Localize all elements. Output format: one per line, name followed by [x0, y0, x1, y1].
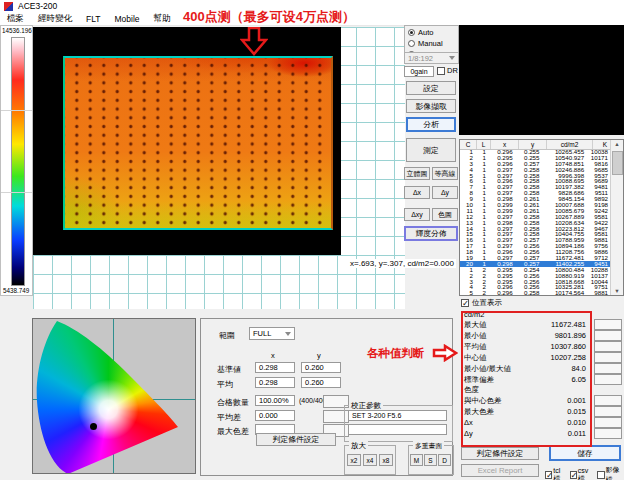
stat-row: Δy0.011: [455, 428, 624, 439]
radio-manual[interactable]: Manual: [408, 38, 458, 49]
annotation-side-note: 各种值判断: [367, 346, 425, 361]
position-display-checkbox[interactable]: 位置表示: [461, 298, 502, 308]
avg-diff-label: 平均差: [217, 412, 241, 423]
stereo-view-button[interactable]: 立體圖: [404, 167, 430, 180]
multi-screen-label: 多重畫面: [413, 441, 444, 451]
menu-item[interactable]: Mobile: [107, 14, 146, 24]
judge-condition-button[interactable]: 判定條件設定: [461, 447, 539, 460]
colorbar-max-label: 14536.196: [2, 27, 32, 34]
radio-label: Manual: [418, 39, 443, 48]
radio-icon[interactable]: [408, 29, 415, 36]
reference-y-field[interactable]: 0.260: [301, 362, 341, 373]
stat-row: 最大値11672.481: [455, 319, 624, 330]
range-dropdown[interactable]: FULL: [249, 327, 295, 340]
output-checkbox-label: csv檔: [578, 467, 593, 480]
delta-xy-button[interactable]: Δxy: [404, 208, 430, 221]
range-value: FULL: [253, 329, 271, 338]
exposure-dropdown[interactable]: 1/8:192: [404, 52, 459, 64]
menu-item[interactable]: 幫助: [147, 13, 178, 25]
image-capture-button[interactable]: 影像擷取: [406, 99, 456, 113]
zoom-x4-button[interactable]: x4: [363, 454, 377, 466]
zoom-x8-button[interactable]: x8: [379, 454, 393, 466]
camera-preview-display: [459, 25, 624, 135]
output-checkbox-csv檔[interactable]: csv檔: [570, 467, 594, 480]
ace3-200-window: ACE3-200 檔案經時變化FLTMobile幫助 14536.196 543…: [0, 0, 624, 480]
annotation-top-note: 400点测（最多可设4万点测）: [183, 8, 355, 26]
judge-result-box: [594, 395, 622, 406]
checkbox-icon[interactable]: [570, 471, 577, 479]
calibration-value-field: SET 3-200 F5.6: [348, 410, 447, 421]
radio-icon[interactable]: [408, 40, 415, 47]
chevron-down-icon: [449, 56, 455, 60]
luminance-distribution-button[interactable]: 輝度分佈: [404, 226, 458, 241]
color-map-button[interactable]: 色圖: [432, 208, 458, 221]
judge-result-box: [594, 428, 622, 439]
multi-screen-S-button[interactable]: S: [424, 454, 437, 466]
gain-input[interactable]: 0gain: [404, 66, 434, 77]
table-header-cell: C: [460, 140, 477, 149]
zoom-x2-button[interactable]: x2: [347, 454, 361, 466]
measured-point-marker: [90, 423, 97, 430]
settings-button[interactable]: 設定: [406, 81, 456, 95]
output-checkbox-tcl檔[interactable]: tcl檔: [545, 467, 566, 480]
multi-screen-M-button[interactable]: M: [410, 454, 423, 466]
judge-condition-button[interactable]: 判定條件設定: [256, 433, 336, 446]
judge-result-box: [594, 374, 622, 385]
radio-auto[interactable]: Auto: [408, 27, 458, 38]
menu-item[interactable]: FLT: [79, 14, 107, 24]
heatmap-background[interactable]: [33, 27, 341, 255]
table-cell: 9881: [587, 290, 611, 295]
scroll-up-icon[interactable]: ▲: [611, 141, 623, 147]
table-cell: 5: [460, 290, 476, 295]
stat-row: 中心値10207.258: [455, 352, 624, 363]
stat-value: 11672.481: [551, 320, 586, 329]
stat-value: 10207.258: [551, 353, 586, 362]
checkbox-icon[interactable]: [597, 471, 604, 479]
heatmap-measure-area[interactable]: [63, 56, 333, 230]
multi-screen-D-button[interactable]: D: [438, 454, 451, 466]
output-checkbox-影像檔[interactable]: 影像檔: [597, 465, 624, 480]
average-label: 平均: [217, 379, 233, 390]
delta-x-button[interactable]: Δx: [404, 186, 430, 199]
x-column-header: x: [271, 351, 275, 360]
analyze-button[interactable]: 分析: [406, 117, 456, 132]
output-file-checkboxes: tcl檔csv檔影像檔: [545, 465, 624, 480]
scrollbar-thumb[interactable]: [612, 151, 623, 175]
max-color-diff-label: 最大色差: [217, 426, 249, 437]
stat-value: 0.011: [568, 429, 586, 438]
menu-item[interactable]: 經時變化: [31, 13, 79, 25]
stat-label: 最大色差: [464, 407, 494, 417]
table-row[interactable]: 520.2960.25810174.5649881: [460, 290, 611, 295]
menu-item[interactable]: 檔案: [0, 13, 31, 25]
zoom-buttons: x2x4x8: [347, 454, 393, 466]
table-scrollbar[interactable]: ▲ ▼: [610, 140, 623, 295]
judge-result-box: [594, 330, 622, 341]
table-body: 110.2960.25510265.45510038210.2950.25510…: [460, 149, 611, 295]
output-checkbox-label: tcl檔: [553, 467, 565, 480]
save-button[interactable]: 儲存: [549, 445, 621, 461]
checkbox-icon[interactable]: [437, 67, 445, 75]
scroll-down-icon[interactable]: ▼: [611, 288, 623, 294]
stat-value: 9801.896: [555, 331, 586, 340]
exposure-value: 1/8:192: [408, 54, 433, 63]
chromaticity-diagram-panel: [32, 318, 196, 474]
reference-label: 基準値: [217, 364, 241, 375]
measure-button[interactable]: 測定: [406, 138, 456, 162]
dr-checkbox[interactable]: DR: [437, 66, 458, 75]
average-y-field[interactable]: 0.260: [301, 377, 341, 388]
excel-report-button[interactable]: Excel Report: [461, 464, 539, 477]
checkbox-icon[interactable]: [461, 299, 469, 307]
checkbox-icon[interactable]: [545, 471, 552, 479]
zoom-group: 放大 x2x4x8: [344, 445, 396, 475]
reference-x-field[interactable]: 0.298: [255, 362, 295, 373]
y-column-header: y: [317, 351, 321, 360]
output-checkbox-label: 影像檔: [606, 465, 624, 480]
measurement-grid-canvas: x=.693, y=.307, cd/m2=0.000: [33, 27, 405, 309]
stat-label: 中心値: [464, 353, 487, 363]
judge-result-box: [594, 319, 622, 330]
delta-y-button[interactable]: Δy: [432, 186, 458, 199]
stat-value: 84.0: [571, 364, 586, 373]
stat-label: 標準偏差: [464, 375, 494, 385]
average-x-field[interactable]: 0.298: [255, 377, 295, 388]
contour-button[interactable]: 等高線: [432, 167, 458, 180]
